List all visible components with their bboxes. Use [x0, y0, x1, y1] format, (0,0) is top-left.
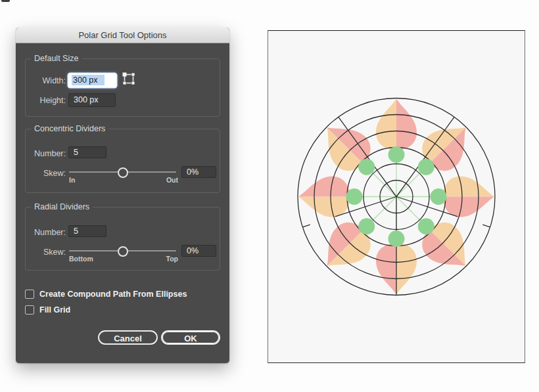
radial-skew-label: Skew: — [26, 248, 66, 257]
green-dot — [358, 218, 375, 234]
radial-skew-max-label: Top — [166, 255, 178, 263]
green-spoke-line — [371, 171, 396, 196]
ok-button[interactable]: OK — [161, 330, 220, 345]
radial-number-label: Number: — [26, 228, 66, 237]
radial-dividers-section: Radial Dividers Number: 5 Skew: 0% Botto… — [25, 207, 220, 271]
concentric-skew-max-label: Out — [166, 176, 178, 184]
grid-radial-line — [302, 225, 310, 227]
screen-artifact — [1, 0, 10, 2]
compound-path-checkbox[interactable] — [25, 290, 34, 299]
artboard-canvas[interactable] — [268, 30, 525, 363]
concentric-dividers-section: Concentric Dividers Number: 5 Skew: 0% I… — [25, 129, 220, 193]
green-dot — [418, 218, 434, 234]
green-dot — [418, 159, 434, 175]
green-dot — [388, 146, 405, 163]
radial-dividers-legend: Radial Dividers — [31, 202, 93, 211]
radial-skew-slider[interactable] — [69, 250, 176, 251]
height-input[interactable]: 300 px — [68, 93, 116, 107]
concentric-skew-min-label: In — [69, 176, 75, 184]
grid-radial-line — [482, 225, 490, 227]
radial-skew-value-input[interactable]: 0% — [181, 245, 216, 257]
height-label: Height: — [26, 96, 66, 105]
green-dot — [346, 188, 363, 205]
radial-number-input[interactable]: 5 — [68, 225, 106, 237]
polar-grid-artwork — [268, 31, 525, 362]
concentric-skew-label: Skew: — [26, 169, 66, 178]
cancel-button[interactable]: Cancel — [98, 330, 158, 345]
radial-skew-min-label: Bottom — [69, 255, 93, 263]
polar-grid-tool-options-dialog: Polar Grid Tool Options Default Size Wid… — [16, 28, 229, 363]
dialog-titlebar[interactable]: Polar Grid Tool Options — [16, 28, 229, 43]
green-dot — [388, 230, 405, 247]
green-dot — [431, 188, 447, 205]
leaf-shape — [443, 177, 494, 217]
default-size-legend: Default Size — [31, 54, 82, 63]
fill-grid-checkbox[interactable] — [25, 305, 34, 315]
compound-path-checkbox-label: Create Compound Path From Ellipses — [39, 290, 187, 299]
fill-grid-checkbox-label: Fill Grid — [39, 305, 70, 315]
dialog-title: Polar Grid Tool Options — [78, 30, 166, 40]
width-input[interactable]: 300 px — [68, 74, 116, 87]
default-size-section: Default Size Width: 300 px Height: 300 p… — [25, 58, 220, 117]
green-dot — [358, 159, 375, 175]
concentric-skew-slider[interactable] — [69, 171, 176, 173]
leaf-shape — [298, 177, 350, 217]
concentric-skew-value-input[interactable]: 0% — [181, 166, 216, 178]
concentric-dividers-legend: Concentric Dividers — [31, 124, 108, 133]
green-spoke-line — [396, 171, 421, 196]
width-value-selected-text: 300 px — [72, 75, 105, 85]
concentric-number-label: Number: — [26, 149, 66, 158]
width-label: Width: — [26, 76, 66, 85]
concentric-number-input[interactable]: 5 — [68, 146, 106, 158]
leaf-shape — [376, 99, 417, 150]
reference-point-icon[interactable] — [122, 72, 136, 86]
